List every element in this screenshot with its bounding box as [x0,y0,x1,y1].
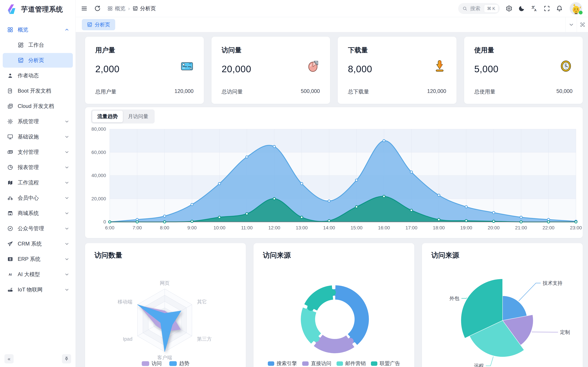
stat-footer-value: 50,000 [556,88,572,95]
stat-value: 8,000 [348,64,372,75]
sidebar-item-ai[interactable]: AIAI 大模型 [3,267,73,282]
sidebar-item-report[interactable]: 报表管理 [3,160,73,175]
tab-traffic-trend[interactable]: 流量趋势 [92,111,123,122]
sidebar-item-payment[interactable]: 支付管理 [3,145,73,159]
breadcrumb-overview[interactable]: 概览 [107,5,125,12]
workbench-icon [18,42,24,48]
sidebar-item-boot-docs[interactable]: Boot 开发文档 [3,83,73,98]
svg-text:9:00: 9:00 [187,225,197,230]
tab-monthly-visits[interactable]: 月访问量 [123,111,154,122]
tab-list-dropdown-button[interactable] [566,17,577,32]
sidebar-item-workbench[interactable]: 工作台 [3,38,73,52]
sidebar-item-label: 基础设施 [18,133,60,140]
svg-text:客户端: 客户端 [157,355,172,360]
settings-button[interactable] [506,5,512,12]
sidebar-item-mall[interactable]: 商城系统 [3,206,73,221]
sidebar-item-erp[interactable]: ERP 系统 [3,252,73,267]
stat-card-使用量: 使用量5,000总使用量50,000 [464,37,583,104]
sidebar-item-author-news[interactable]: 作者动态 [3,68,73,83]
grid-icon [107,6,113,11]
sidebar-item-label: 概览 [18,26,60,33]
svg-text:18:00: 18:00 [433,225,445,230]
app-logo[interactable]: 芋道管理系统 [0,0,76,17]
visit-source-rose-chart: 技术支持定制远程外包 [422,259,583,367]
svg-text:20,000: 20,000 [91,196,106,201]
clock-icon [559,59,573,73]
legend-item-联盟广告[interactable]: 联盟广告 [371,360,400,367]
legend-item-趋势[interactable]: 趋势 [169,360,189,367]
dark-mode-button[interactable] [518,5,525,12]
pie-label-远程: 远程 [474,363,484,367]
stat-footer-label: 总使用量 [474,88,495,95]
mall-icon [7,210,13,216]
legend-item-搜索引擎[interactable]: 搜索引擎 [268,360,297,367]
svg-text:17:00: 17:00 [406,225,417,230]
breadcrumb-analysis[interactable]: 分析页 [132,5,156,12]
chevron-down-icon [64,287,69,292]
bell-icon [556,5,563,12]
iot-icon [7,287,13,293]
pie-chart-icon: % [306,59,320,73]
stats-row: 用户量2,000总用户量120,000访问量20,000%总访问量500,000… [85,37,583,104]
svg-text:第三方: 第三方 [197,336,212,342]
page-content: 用户量2,000总用户量120,000访问量20,000%总访问量500,000… [76,32,588,367]
sidebar-item-crm[interactable]: CRM 系统 [3,236,73,251]
grid-icon [7,27,13,33]
fullscreen-button[interactable] [544,5,550,12]
sidebar-item-analysis[interactable]: 分析页 [3,53,73,68]
sidebar-item-label: Cloud 开发文档 [18,103,69,110]
search-input[interactable]: 搜索 ⌘ K [458,3,500,14]
search-placeholder: 搜索 [470,5,480,12]
search-icon [462,6,467,11]
user-avatar[interactable] [570,2,582,15]
sidebar-item-cloud-docs[interactable]: Cloud 开发文档 [3,99,73,114]
sidebar-item-workflow[interactable]: 工作流程 [3,175,73,190]
gear-icon [7,118,13,125]
pie-label-技术支持: 技术支持 [543,280,562,286]
svg-text:Ipad: Ipad [123,336,132,342]
legend-swatch [142,361,149,366]
sidebar-item-overview[interactable]: 概览 [3,22,73,37]
svg-text:10:00: 10:00 [214,225,225,230]
svg-text:23:00: 23:00 [570,225,582,230]
content-fullscreen-button[interactable] [577,17,588,32]
legend-label: 直接访问 [311,360,331,367]
user-icon [7,73,13,79]
legend-item-直接访问[interactable]: 直接访问 [302,360,331,367]
erp-icon [7,256,13,262]
legend-swatch [371,361,377,366]
stat-card-访问量: 访问量20,000%总访问量500,000 [211,37,330,104]
sidebar-item-infra[interactable]: 基础设施 [3,129,73,144]
svg-text:8:00: 8:00 [160,225,169,230]
pin-sidebar-button[interactable] [62,354,71,363]
hamburger-icon [81,5,88,12]
sidebar-item-system[interactable]: 系统管理 [3,114,73,129]
collapse-sidebar-button[interactable]: « [4,354,14,363]
pie-label-定制: 定制 [560,329,570,335]
legend-item-访问[interactable]: 访问 [142,360,162,367]
svg-text:A: A [534,8,536,12]
analysis-icon [18,57,24,63]
chart-icon [87,22,92,27]
legend-item-邮件营销[interactable]: 邮件营销 [337,360,366,367]
payment-icon [7,149,13,155]
svg-text:网页: 网页 [160,280,170,286]
refresh-button[interactable] [94,5,101,12]
svg-text:13:00: 13:00 [296,225,308,230]
hamburger-menu-button[interactable] [81,5,88,12]
notifications-button[interactable] [556,5,563,12]
stat-footer-label: 总访问量 [222,88,243,95]
chevron-down-icon [64,180,69,185]
translate-icon: 文A [531,5,538,12]
moon-icon [518,5,525,12]
sidebar-item-mp[interactable]: 公众号管理 [3,221,73,236]
sidebar-item-iot[interactable]: IoT 物联网 [3,282,73,297]
tab-analysis[interactable]: 分析页 [82,19,115,30]
stat-title: 访问量 [222,46,242,55]
topbar: 概览 › 分析页 搜索 ⌘ K 文A [76,0,588,17]
search-shortcut: ⌘ K [484,5,498,13]
fullscreen-icon [544,5,550,12]
chevron-down-icon [568,22,574,27]
language-button[interactable]: 文A [531,5,538,12]
sidebar-item-member[interactable]: 会员中心 [3,191,73,205]
